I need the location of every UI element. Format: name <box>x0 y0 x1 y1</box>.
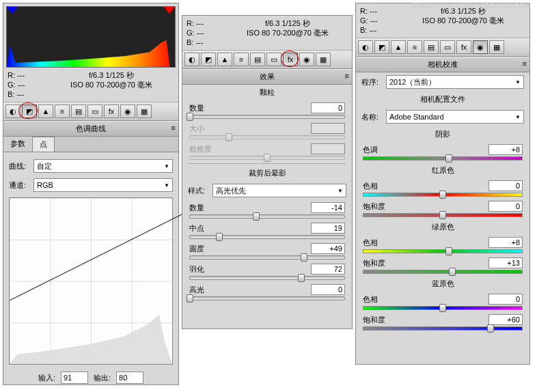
highlight-label: 高光 <box>189 285 204 295</box>
tab-hsl-icon[interactable]: ≡ <box>234 53 249 66</box>
tab-camera-icon[interactable]: ◉ <box>299 53 314 66</box>
grain-amount-label: 数量 <box>189 103 204 113</box>
red-sat-label: 饱和度 <box>363 201 385 212</box>
roundness-label: 圆度 <box>189 244 204 254</box>
blue-hue-slider[interactable] <box>363 306 523 310</box>
red-hue-slider[interactable] <box>363 193 523 197</box>
histogram-graph <box>7 40 175 67</box>
blue-hue-input[interactable] <box>488 294 523 305</box>
tab-lens-icon[interactable]: ▭ <box>87 104 102 118</box>
toolbar: ◐ ◩ ▲ ≡ ▤ ▭ fx ◉ ▦ <box>356 38 529 57</box>
green-sat-input[interactable] <box>488 257 523 268</box>
grain-size-label: 大小 <box>189 124 204 134</box>
vignette-title: 裁剪后晕影 <box>182 165 352 181</box>
tab-curve-icon[interactable]: ◩ <box>201 53 216 66</box>
red-title: 红原色 <box>356 163 529 178</box>
clip-shadow-icon[interactable] <box>7 7 18 14</box>
input-field[interactable] <box>61 372 88 384</box>
tab-basic-icon[interactable]: ◐ <box>5 104 20 118</box>
tab-basic-icon[interactable]: ◐ <box>184 53 199 66</box>
tint-input[interactable] <box>488 144 523 155</box>
red-sat-input[interactable] <box>488 201 523 212</box>
curve-dropdown[interactable]: 自定 <box>33 159 173 173</box>
menu-icon[interactable]: ≡ <box>523 59 527 68</box>
tab-preset-icon[interactable]: ▦ <box>137 104 152 118</box>
grain-amount-slider[interactable] <box>189 115 345 119</box>
output-label: 输出: <box>94 373 111 383</box>
menu-icon[interactable]: ≡ <box>345 72 349 80</box>
clip-highlight-icon[interactable] <box>164 7 175 14</box>
tab-detail-icon[interactable]: ▲ <box>391 40 406 54</box>
highlight-input[interactable] <box>311 284 345 295</box>
amount-input[interactable] <box>311 202 345 213</box>
tab-detail-icon[interactable]: ▲ <box>38 104 53 118</box>
tab-basic-icon[interactable]: ◐ <box>358 40 373 54</box>
midpoint-label: 中点 <box>189 223 204 234</box>
tab-lens-icon[interactable]: ▭ <box>440 40 455 54</box>
section-header: 相机校准 ≡ <box>356 57 529 72</box>
tint-slider[interactable] <box>363 156 523 160</box>
tab-detail-icon[interactable]: ▲ <box>217 53 232 66</box>
profile-title: 相机配置文件 <box>356 92 529 107</box>
tab-split-icon[interactable]: ▤ <box>71 104 86 118</box>
tab-fx-icon[interactable]: fx <box>456 40 471 54</box>
green-title: 绿原色 <box>356 219 529 235</box>
grain-size-input <box>311 123 345 134</box>
tab-curve-icon[interactable]: ◩ <box>22 104 37 118</box>
feather-input[interactable] <box>311 264 345 275</box>
roundness-input[interactable] <box>311 243 345 254</box>
tab-curve-icon[interactable]: ◩ <box>374 40 389 54</box>
style-label: 样式: <box>188 186 212 196</box>
output-field[interactable] <box>116 372 143 384</box>
channel-dropdown[interactable]: RGB <box>33 178 173 192</box>
tab-hsl-icon[interactable]: ≡ <box>407 40 422 54</box>
green-hue-input[interactable] <box>488 237 523 248</box>
grain-title: 颗粒 <box>182 85 352 100</box>
amount-slider[interactable] <box>189 214 345 219</box>
tab-params[interactable]: 参数 <box>3 137 33 152</box>
tab-fx-icon[interactable]: fx <box>104 104 119 118</box>
tab-preset-icon[interactable]: ▦ <box>316 53 331 66</box>
green-sat-slider[interactable] <box>363 270 523 274</box>
tint-label: 色调 <box>363 145 378 155</box>
blue-sat-slider[interactable] <box>363 326 523 331</box>
red-hue-label: 色相 <box>363 181 378 191</box>
tab-lens-icon[interactable]: ▭ <box>266 53 281 66</box>
g-value: G: --- <box>187 28 228 38</box>
midpoint-input[interactable] <box>311 223 345 234</box>
menu-icon[interactable]: ≡ <box>171 124 176 132</box>
tab-preset-icon[interactable]: ▦ <box>489 40 504 54</box>
input-label: 输入: <box>38 373 55 383</box>
red-sat-slider[interactable] <box>363 213 523 217</box>
blue-sat-input[interactable] <box>488 314 523 325</box>
histogram[interactable] <box>6 6 176 68</box>
process-dropdown[interactable]: 2012（当前） <box>386 75 524 89</box>
io-row: 输入: 输出: <box>3 367 178 388</box>
style-dropdown[interactable]: 高光优先 <box>212 184 346 197</box>
grain-amount-input[interactable] <box>311 102 345 113</box>
highlight-slider[interactable] <box>189 296 345 300</box>
tab-camera-icon[interactable]: ◉ <box>120 104 135 118</box>
info-readout: R: --- G: --- B: --- f/6.3 1/125 秒 ISO 8… <box>8 70 174 99</box>
profile-dropdown[interactable]: Adobe Standard <box>386 110 524 124</box>
b-value: B: --- <box>360 25 401 35</box>
info-readout: R: --- G: --- B: --- f/6.3 1/125 秒 ISO 8… <box>187 18 348 47</box>
feather-label: 羽化 <box>189 264 204 275</box>
process-label: 程序: <box>361 77 386 87</box>
green-sat-label: 饱和度 <box>363 258 385 268</box>
tab-fx-icon[interactable]: fx <box>283 53 298 66</box>
tab-split-icon[interactable]: ▤ <box>250 53 265 66</box>
green-hue-slider[interactable] <box>363 249 523 253</box>
red-hue-input[interactable] <box>488 180 523 191</box>
exposure-line2: ISO 80 70-200@70 毫米 <box>228 28 348 38</box>
tab-hsl-icon[interactable]: ≡ <box>55 104 70 118</box>
tab-camera-icon[interactable]: ◉ <box>473 40 488 54</box>
g-value: G: --- <box>360 16 401 25</box>
r-value: R: --- <box>360 6 401 16</box>
roundness-slider[interactable] <box>189 255 345 260</box>
midpoint-slider[interactable] <box>189 235 345 239</box>
tab-points[interactable]: 点 <box>33 137 55 152</box>
feather-slider[interactable] <box>189 276 345 280</box>
tab-split-icon[interactable]: ▤ <box>424 40 439 54</box>
curve-editor[interactable] <box>9 197 173 365</box>
